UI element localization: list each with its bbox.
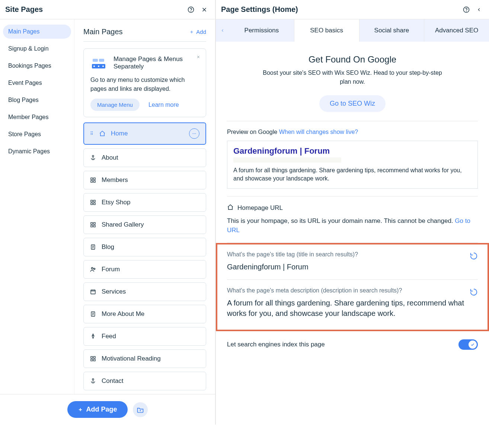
svg-rect-24 <box>93 223 95 224</box>
page-item[interactable]: Etsy Shop <box>83 193 206 212</box>
svg-rect-54 <box>93 359 95 361</box>
page-item[interactable]: Shared Gallery <box>83 215 206 234</box>
svg-rect-9 <box>91 178 93 180</box>
page-item[interactable]: Forum <box>83 260 206 279</box>
svg-rect-25 <box>91 225 93 227</box>
page-item[interactable]: Motivational Reading <box>83 349 206 368</box>
page-item-label: Forum <box>102 266 120 273</box>
page-item-label: About <box>102 154 118 161</box>
tab-social-share[interactable]: Social share <box>359 19 425 42</box>
page-item[interactable]: Feed <box>83 327 206 346</box>
page-item[interactable]: Contact <box>83 372 206 390</box>
title-tag-input[interactable]: Gardeningforum | Forum <box>227 262 464 272</box>
manage-menu-button[interactable]: Manage Menu <box>90 99 140 111</box>
page-item-label: Services <box>102 288 126 295</box>
index-toggle[interactable] <box>458 339 478 350</box>
home-icon <box>227 204 234 212</box>
tab-seo-basics[interactable]: SEO basics <box>294 19 359 42</box>
pages-column: Main Pages Add Manag <box>74 19 215 394</box>
tab-permissions[interactable]: Permissions <box>229 19 294 42</box>
page-item[interactable]: ⠿Home <box>83 122 206 145</box>
meta-desc-input[interactable]: A forum for all things gardening. Share … <box>227 298 464 319</box>
add-page-button[interactable]: Add Page <box>67 401 127 418</box>
google-preview-box: Gardeningforum | Forum A forum for all t… <box>227 141 478 189</box>
index-row: Let search engines index this page <box>227 331 478 350</box>
page-item[interactable]: About <box>83 148 206 167</box>
help-icon[interactable] <box>463 6 470 13</box>
grid-icon <box>90 355 96 362</box>
calendar-icon <box>90 288 96 295</box>
page-settings-panel: Page Settings (Home) Permissions SEO bas… <box>216 0 489 425</box>
category-item[interactable]: Event Pages <box>3 76 71 90</box>
preview-title: Gardeningforum | Forum <box>233 146 472 156</box>
doc-icon <box>90 244 96 250</box>
url-label: Homepage URL <box>237 204 283 212</box>
seo-hero-desc: Boost your site's SEO with Wix SEO Wiz. … <box>259 68 445 86</box>
svg-rect-17 <box>93 200 95 202</box>
category-item[interactable]: Bookings Pages <box>3 59 71 73</box>
add-folder-button[interactable] <box>133 402 148 417</box>
close-icon[interactable] <box>201 6 208 13</box>
svg-point-5 <box>92 155 94 157</box>
back-icon[interactable] <box>476 7 482 12</box>
preview-changes-link[interactable]: When will changes show live? <box>279 129 358 135</box>
page-item-label: More About Me <box>102 310 144 318</box>
category-item[interactable]: Main Pages <box>3 25 71 39</box>
svg-rect-11 <box>91 180 93 182</box>
reset-title-icon[interactable] <box>470 251 478 262</box>
page-item-label: Blog <box>102 243 114 251</box>
menu-illustration-icon <box>90 55 107 72</box>
grid-icon <box>90 221 96 228</box>
page-item[interactable]: Members <box>83 171 206 189</box>
google-preview-section: Preview on Google When will changes show… <box>227 121 478 196</box>
page-categories: Main PagesSignup & LoginBookings PagesEv… <box>0 19 74 394</box>
seo-hero-title: Get Found On Google <box>227 54 478 65</box>
tabs-scroll-left[interactable] <box>216 19 229 42</box>
page-item-label: Members <box>102 176 128 184</box>
svg-point-63 <box>466 11 467 11</box>
page-item[interactable]: Blog <box>83 238 206 256</box>
tab-advanced-seo[interactable]: Advanced SEO <box>424 19 489 42</box>
preview-url-placeholder <box>233 157 341 163</box>
add-link[interactable]: Add <box>189 29 206 35</box>
svg-rect-26 <box>93 225 95 227</box>
learn-more-link[interactable]: Learn more <box>148 102 179 108</box>
info-card-title: Manage Pages & Menus Separately <box>114 55 199 72</box>
seo-body: Get Found On Google Boost your site's SE… <box>216 42 489 359</box>
page-item[interactable]: More About Me <box>83 305 206 323</box>
home-icon <box>99 130 106 137</box>
page-list: ⠿HomeAboutMembersEtsy ShopShared Gallery… <box>83 122 206 394</box>
close-icon[interactable] <box>196 54 201 61</box>
settings-tabs: Permissions SEO basics Social share Adva… <box>216 19 489 42</box>
title-tag-label: What's the page's title tag (title in se… <box>227 251 464 258</box>
svg-rect-19 <box>93 203 95 205</box>
category-item[interactable]: Dynamic Pages <box>3 144 71 159</box>
index-label: Let search engines index this page <box>227 341 325 348</box>
page-settings-title: Page Settings (Home) <box>221 5 298 14</box>
category-item[interactable]: Signup & Login <box>3 42 71 56</box>
category-item[interactable]: Member Pages <box>3 110 71 124</box>
pen-icon <box>90 333 96 340</box>
svg-rect-52 <box>93 356 95 358</box>
category-item[interactable]: Blog Pages <box>3 93 71 107</box>
svg-point-47 <box>93 335 93 336</box>
help-icon[interactable] <box>188 6 194 13</box>
svg-point-2 <box>193 133 194 134</box>
page-more-button[interactable] <box>189 128 199 139</box>
page-item[interactable]: Services <box>83 282 206 301</box>
svg-rect-18 <box>91 203 93 205</box>
svg-rect-51 <box>91 356 93 358</box>
svg-point-3 <box>194 133 195 134</box>
page-item-label: Contact <box>102 377 124 385</box>
pages-col-title: Main Pages <box>83 28 123 36</box>
svg-point-58 <box>92 378 94 380</box>
drag-handle-icon[interactable]: ⠿ <box>90 131 94 136</box>
svg-point-35 <box>94 268 95 270</box>
reset-meta-icon[interactable] <box>470 287 478 298</box>
svg-rect-23 <box>91 223 93 224</box>
grid-icon <box>90 177 96 183</box>
site-pages-title: Site Pages <box>5 5 43 14</box>
category-item[interactable]: Store Pages <box>3 127 71 141</box>
seo-wiz-button[interactable]: Go to SEO Wiz <box>319 95 386 112</box>
svg-rect-10 <box>93 178 95 180</box>
